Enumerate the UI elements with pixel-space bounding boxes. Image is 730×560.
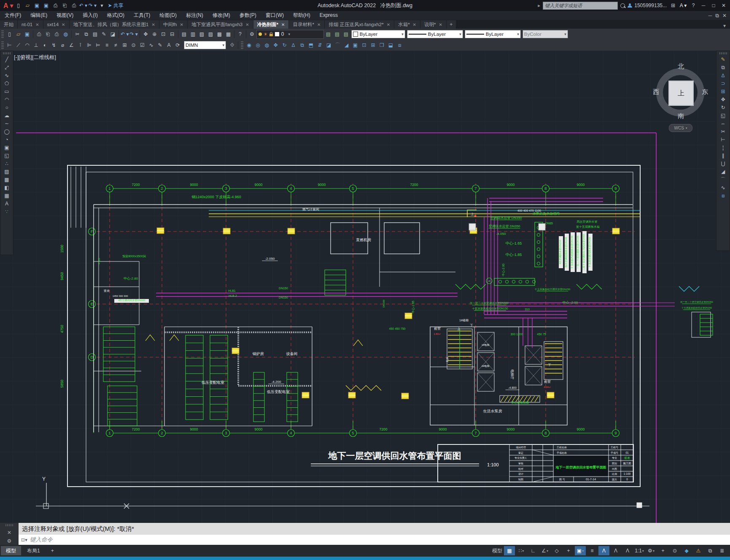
chevron-down-icon[interactable]: ▾ (459, 32, 461, 36)
close-tab-icon[interactable]: ✕ (281, 22, 285, 27)
quickcalc-button[interactable]: ▦ (224, 30, 233, 39)
publish-button[interactable]: ◍ (61, 30, 70, 39)
close-tab-icon[interactable]: ✕ (245, 22, 249, 27)
document-tab[interactable]: 开始 (0, 20, 17, 29)
application-menu-icon[interactable]: A ▾ (3, 2, 13, 10)
new-layout-button[interactable]: + (46, 546, 59, 555)
layer-on-icon[interactable] (259, 32, 262, 36)
extend-tool[interactable]: ⊢ (719, 136, 728, 143)
chevron-down-icon[interactable]: ▾ (582, 549, 584, 553)
annotation-autoscale-toggle[interactable]: Λ (610, 546, 621, 555)
menu-8[interactable]: 标注(N) (181, 11, 208, 20)
search-input[interactable]: 键入关键字或短语 (543, 2, 618, 10)
copy-tool[interactable]: ⧉ (719, 64, 728, 71)
isometric-drafting-toggle[interactable]: ◇ (551, 546, 562, 555)
doc-close-button[interactable]: ✕ (722, 13, 727, 19)
doc-restore-button[interactable]: ⧉ (715, 13, 719, 19)
menu-3[interactable]: 视图(V) (52, 11, 78, 20)
lineweight-control-dropdown[interactable]: ByLayer▾ (465, 30, 521, 38)
model-space-status-button[interactable]: 模型 (491, 546, 503, 555)
block-editor-button[interactable]: ◪ (108, 30, 117, 39)
color-control-dropdown[interactable]: ByLayer▾ (351, 30, 405, 38)
subtract-button[interactable]: ◎ (253, 41, 262, 50)
extract-edges-button[interactable]: ⊞ (369, 41, 377, 50)
blend-curves-tool[interactable]: ∿ (719, 184, 728, 191)
3d-rotate-button[interactable]: ↻ (280, 41, 289, 50)
chevron-down-icon[interactable]: ▾ (401, 32, 404, 36)
dimension-text-edit-button[interactable]: A (164, 41, 173, 50)
layer-properties-button[interactable]: ▤ (180, 30, 189, 39)
polygon-tool[interactable]: ⬠ (2, 80, 11, 87)
close-tab-icon[interactable]: ✕ (317, 22, 321, 27)
cui-button[interactable]: ⚙ (248, 30, 256, 39)
chevron-down-icon[interactable]: ▾ (547, 549, 548, 553)
stretch-tool[interactable]: ⇔ (719, 120, 728, 127)
trim-tool[interactable]: ✂ (719, 128, 728, 135)
layer-lock-icon[interactable] (269, 34, 273, 36)
dimension-style-manager-button[interactable]: ⟐ (228, 41, 237, 50)
document-tab[interactable]: 地下室送、排风（烟）系统示意图1✕ (70, 20, 159, 29)
chevron-down-icon[interactable]: ▾ (522, 549, 524, 553)
close-button[interactable]: ✕ (720, 3, 727, 8)
close-tab-icon[interactable]: ✕ (413, 22, 416, 27)
table-tool[interactable]: ▦ (2, 192, 11, 199)
extrude-button[interactable]: ⬒ (307, 41, 315, 50)
autodesk-icon[interactable]: A ▾ (679, 3, 687, 8)
command-window-grip[interactable] (5, 524, 13, 526)
close-tab-icon[interactable]: ✕ (180, 22, 183, 27)
annotation-sync-toggle[interactable]: Λ (622, 546, 633, 555)
open-button[interactable]: ▱ (14, 30, 23, 39)
properties-palette-button[interactable]: ▨ (206, 30, 215, 39)
menu-10[interactable]: 参数(P) (235, 11, 261, 20)
explode-button[interactable]: ⧈ (395, 41, 404, 50)
tool-palettes-button[interactable]: ▩ (215, 30, 224, 39)
redo-icon[interactable]: ↷ ▾ (88, 2, 97, 9)
break-tool[interactable]: ∥ (719, 152, 728, 159)
document-tab[interactable]: nt-01✕ (18, 20, 43, 29)
baseline-dimension-button[interactable]: ⊫ (85, 41, 94, 50)
dimension-style-dropdown[interactable]: DIMN▾ (184, 41, 226, 49)
layer-walk-button[interactable]: ▧ (197, 30, 206, 39)
menu-11[interactable]: 窗口(W) (261, 11, 288, 20)
construction-line-tool[interactable]: ⤢ (2, 64, 11, 71)
close-tab-icon[interactable]: ✕ (439, 22, 442, 27)
ortho-mode-toggle[interactable]: ∟ (528, 546, 539, 555)
clean-screen-button[interactable]: ⧉ (705, 546, 716, 555)
open-icon[interactable]: ▱ (23, 2, 32, 9)
app-store-icon[interactable]: ⊞ (669, 3, 677, 8)
object-snap-toggle[interactable]: ▣▾ (575, 546, 586, 555)
maximize-button[interactable]: □ (710, 3, 717, 8)
scale-tool[interactable]: ◱ (719, 112, 728, 119)
insert-block-tool[interactable]: ▣ (2, 144, 11, 151)
hatch-tool[interactable]: ▨ (2, 168, 11, 175)
dimension-space-button[interactable]: ≡ (102, 41, 111, 50)
undo-icon[interactable]: ↶ ▾ (79, 2, 87, 9)
chamfer-tool[interactable]: ◢ (719, 168, 728, 175)
explode-tool[interactable]: ⧈ (719, 192, 728, 199)
spline-tool[interactable]: ∼ (2, 120, 11, 127)
tab-overflow-icon[interactable]: ▾ (719, 23, 730, 29)
chevron-down-icon[interactable]: ▾ (642, 549, 644, 553)
wcs-menu[interactable]: WCS▾ (669, 124, 692, 132)
save-button[interactable]: ▣ (23, 30, 32, 39)
ellipse-arc-tool[interactable]: ◔ (2, 136, 11, 143)
snap-mode-toggle[interactable]: ∷▾ (516, 546, 527, 555)
minimize-button[interactable]: ─ (700, 3, 707, 8)
account-icon[interactable] (628, 3, 632, 8)
menu-12[interactable]: 帮助(H) (288, 11, 315, 20)
gradient-tool[interactable]: ▩ (2, 176, 11, 183)
erase-tool[interactable]: ✎ (719, 56, 728, 63)
linear-dimension-button[interactable]: ⊢ (5, 41, 14, 50)
move-tool[interactable]: ✥ (719, 96, 728, 103)
close-tab-icon[interactable]: ✕ (35, 22, 39, 27)
signed-in-user[interactable]: 1505999135... (634, 3, 667, 8)
jogged-linear-button[interactable]: ∿ (147, 41, 156, 50)
menu-5[interactable]: 格式(O) (102, 11, 129, 20)
plot-icon[interactable]: ⎙ (51, 2, 59, 9)
document-tab[interactable]: 说明*✕ (420, 20, 446, 29)
toolbar-grip[interactable] (1, 41, 4, 49)
rotate-tool[interactable]: ↻ (719, 104, 728, 111)
diameter-dimension-button[interactable]: ⌀ (58, 41, 67, 50)
layer-control-dropdown[interactable]: ☀0▾ (256, 30, 324, 39)
mirror-tool[interactable]: ∆ (719, 72, 728, 79)
